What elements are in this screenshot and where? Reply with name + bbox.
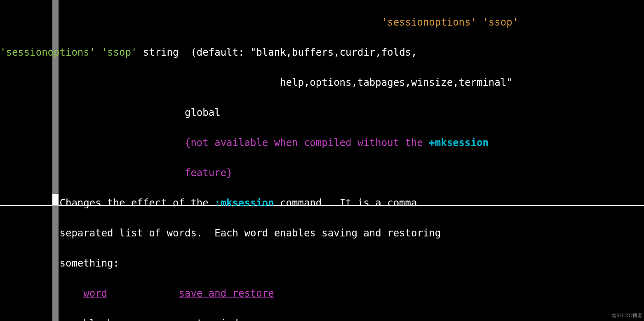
option-default: (default: "blank,buffers,curdir,folds, [190,47,417,58]
help-text-area[interactable]: 'sessionoptions' 'ssop' 'sessionoptions'… [0,0,644,321]
option-type: string [143,47,179,58]
watermark: @51CTO博客 [611,312,642,319]
desc-line3: something: [0,256,644,271]
link-mksession-feature[interactable]: +mksession [429,137,489,149]
link-mksession-cmd[interactable]: :mksession [214,197,274,209]
desc-line2: separated list of words. Each word enabl… [0,226,644,241]
help-tag-sessionoptions: 'sessionoptions' [381,17,477,28]
option-default-cont: help,options,tabpages,winsize,terminal" [0,75,644,90]
feature-note-line1: {not available when compiled without the… [0,135,644,151]
option-name-long: 'sessionoptions' [0,47,95,58]
table-row: blank empty windows [0,316,644,321]
desc-line1: Changes the effect of the :mksession com… [0,196,644,211]
feature-note-line2: feature} [0,165,644,181]
tag-line: 'sessionoptions' 'ssop' [0,15,644,30]
help-tag-ssop: 'ssop' [482,17,518,28]
table-header: word save and restore [0,286,644,301]
option-name-short: 'ssop' [101,47,137,58]
cursor-block [52,194,59,205]
option-header-line: 'sessionoptions' 'ssop' string (default:… [0,45,644,60]
option-scope-line: global [0,105,644,120]
